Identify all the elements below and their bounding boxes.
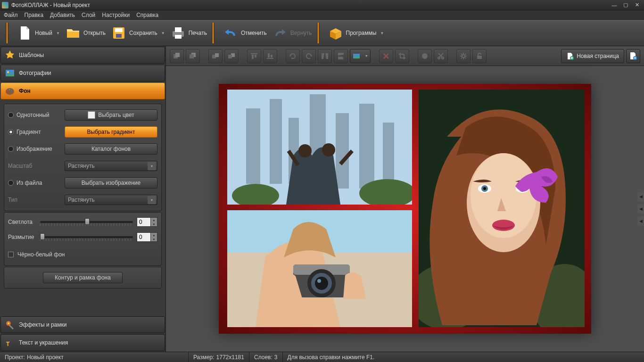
flyout-tab-2[interactable]: ◀ — [637, 204, 644, 214]
status-project-value: Новый проект — [27, 354, 64, 361]
menu-file[interactable]: Файл — [4, 12, 18, 18]
type-select[interactable]: Растянуть — [65, 195, 157, 205]
canvas-viewport[interactable]: ◀ ◀ ◀ — [166, 66, 644, 352]
fromfile-radio-row[interactable]: Из файла — [8, 180, 61, 186]
undo-button[interactable]: Отменить — [220, 24, 270, 42]
scale-label: Масштаб — [8, 163, 61, 169]
solid-radio-row[interactable]: Однотонный — [8, 112, 61, 118]
redo-button: Вернуть — [270, 24, 315, 42]
photo-city[interactable] — [227, 90, 412, 205]
folder-icon — [66, 25, 81, 41]
page-settings-button[interactable] — [626, 49, 640, 63]
accordion-text[interactable]: T Текст и украшения — [0, 334, 165, 351]
minimize-button[interactable]: — — [609, 1, 619, 9]
print-button[interactable]: Печать — [168, 24, 210, 42]
open-button[interactable]: Открыть — [63, 24, 108, 42]
align-top-button — [247, 49, 261, 63]
flyout-tab-1[interactable]: ◀ — [637, 192, 644, 201]
menu-add[interactable]: Добавить — [50, 12, 75, 18]
image-label: Изображение — [17, 146, 52, 152]
fit-dropdown[interactable]: ▼ — [350, 49, 371, 63]
raise-button — [208, 49, 223, 63]
pick-image-button[interactable]: Выбрать изображение — [65, 177, 157, 189]
gradient-radio-row[interactable]: Градиент — [8, 129, 61, 135]
delete-button — [379, 49, 393, 63]
svg-rect-27 — [268, 53, 270, 58]
svg-rect-2 — [116, 34, 122, 38]
svg-rect-43 — [359, 104, 374, 189]
brightness-label: Светлота — [8, 219, 36, 225]
menu-help[interactable]: Справка — [136, 12, 158, 18]
close-button[interactable]: ✕ — [632, 1, 642, 9]
accordion-effects[interactable]: Эффекты и рамки — [0, 316, 165, 333]
blur-slider[interactable] — [40, 232, 133, 242]
color-swatch — [88, 111, 95, 119]
flyout-tab-3[interactable]: ◀ — [637, 216, 644, 226]
save-label: Сохранить — [129, 30, 157, 36]
svg-rect-26 — [267, 58, 273, 59]
printer-icon — [171, 25, 186, 41]
accordion-background[interactable]: Фон — [0, 82, 165, 99]
color-button — [418, 49, 432, 63]
svg-point-56 — [317, 279, 321, 283]
bw-label: Чёрно-белый фон — [17, 251, 65, 258]
document-icon — [17, 25, 32, 41]
radio-icon — [8, 112, 14, 118]
new-button[interactable]: Новый ▼ — [14, 24, 63, 42]
scale-select[interactable]: Растянуть — [65, 161, 157, 171]
svg-point-33 — [462, 55, 465, 58]
redo-label: Вернуть — [290, 30, 312, 36]
flip-v-button — [334, 49, 348, 63]
collage-canvas[interactable] — [219, 84, 591, 334]
svg-rect-28 — [271, 55, 272, 58]
image-radio-row[interactable]: Изображение — [8, 146, 61, 152]
bg-catalog-label: Каталог фонов — [91, 146, 131, 152]
undo-icon — [223, 25, 238, 41]
accordion-photos[interactable]: Фотографии — [0, 65, 165, 82]
star-icon — [5, 50, 15, 60]
svg-point-13 — [8, 322, 9, 324]
save-button[interactable]: Сохранить ▼ — [108, 24, 168, 42]
wand-icon — [5, 320, 15, 330]
toolbar-separator — [212, 23, 215, 43]
pick-gradient-button[interactable]: Выбрать градиент — [65, 126, 157, 138]
bg-catalog-button[interactable]: Каталог фонов — [65, 143, 157, 155]
svg-rect-42 — [336, 113, 349, 189]
print-label: Печать — [189, 30, 207, 36]
menu-edit[interactable]: Правка — [25, 12, 44, 18]
photo-icon — [5, 68, 15, 78]
photo-camera[interactable] — [227, 210, 412, 327]
new-page-label: Новая страница — [577, 53, 619, 59]
settings-button — [456, 49, 471, 63]
brightness-slider[interactable] — [40, 217, 133, 227]
toolbar-separator — [317, 23, 320, 43]
fromfile-label: Из файла — [17, 180, 42, 186]
new-page-button[interactable]: Новая страница — [561, 49, 624, 63]
outline-label: Контур и рамка фона — [55, 274, 111, 281]
pick-color-label: Выбрать цвет — [98, 112, 134, 118]
canvas-toolbar: ▼ Новая страница — [166, 46, 644, 66]
blur-input[interactable]: 0▲▼ — [137, 232, 157, 242]
chevron-down-icon: ▼ — [56, 31, 60, 35]
status-size-value: 1772x1181 — [216, 354, 244, 361]
lower-button — [224, 49, 239, 63]
background-panel: Однотонный Выбрать цвет Градиент Выбрать… — [0, 100, 165, 316]
svg-point-32 — [442, 57, 444, 59]
box-icon — [328, 25, 343, 41]
chevron-down-icon: ▼ — [161, 31, 165, 35]
maximize-button[interactable]: ▢ — [620, 1, 631, 9]
programs-button[interactable]: Программы ▼ — [325, 24, 387, 42]
pick-color-button[interactable]: Выбрать цвет — [65, 109, 157, 121]
outline-button[interactable]: Контур и рамка фона — [43, 272, 123, 283]
radio-icon — [8, 180, 14, 186]
undo-label: Отменить — [241, 30, 267, 36]
brightness-input[interactable]: 0▲▼ — [137, 217, 157, 227]
text-label: Текст и украшения — [19, 339, 68, 346]
menu-layer[interactable]: Слой — [82, 12, 95, 18]
redo-icon — [272, 25, 288, 41]
accordion-templates[interactable]: Шаблоны — [0, 47, 165, 64]
photo-portrait[interactable] — [419, 90, 585, 327]
bw-checkbox[interactable] — [8, 252, 14, 257]
svg-rect-20 — [215, 53, 219, 57]
menu-settings[interactable]: Настройки — [102, 12, 130, 18]
